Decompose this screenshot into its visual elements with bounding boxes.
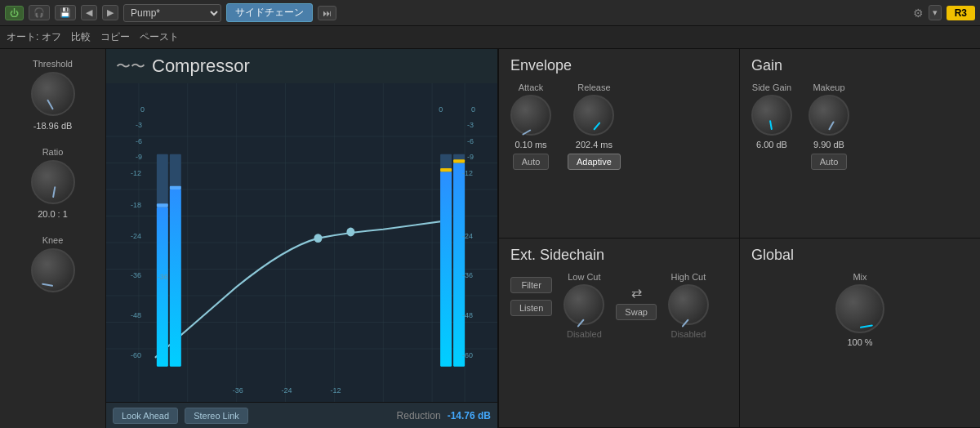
main-content: Threshold -18.96 dB Ratio 20.0 : 1 Knee … <box>0 49 980 428</box>
prev-preset-button[interactable]: ◀ <box>81 5 97 20</box>
high-cut-disabled: Disabled <box>670 329 706 339</box>
headphone-button[interactable]: 🎧 <box>29 5 50 20</box>
makeup-indicator <box>828 121 835 130</box>
ratio-indicator <box>52 186 56 198</box>
high-cut-label: High Cut <box>670 272 706 282</box>
makeup-group: Makeup 9.90 dB Auto <box>808 82 849 170</box>
next-preset-button[interactable]: ▶ <box>102 5 118 20</box>
svg-rect-41 <box>440 168 452 172</box>
gain-inner: Side Gain 6.00 dB Makeup 9.90 dB Auto <box>751 82 969 170</box>
knee-knob[interactable] <box>31 248 75 292</box>
svg-rect-35 <box>157 203 168 207</box>
svg-text:-12: -12 <box>131 168 141 176</box>
svg-rect-44 <box>453 159 465 163</box>
release-label: Release <box>577 82 610 92</box>
left-panel: Threshold -18.96 dB Ratio 20.0 : 1 Knee <box>0 49 106 428</box>
power-button[interactable]: ⏻ <box>5 6 24 20</box>
svg-text:-48: -48 <box>131 311 141 319</box>
svg-text:-24: -24 <box>131 231 141 239</box>
stereolink-button[interactable]: Stereo Link <box>185 408 248 424</box>
auto-label[interactable]: オート: オフ <box>7 30 61 44</box>
mix-value: 100 % <box>847 337 872 347</box>
release-knob[interactable] <box>573 95 614 136</box>
side-gain-value: 6.00 dB <box>756 140 787 149</box>
ext-sidechain-inner: Filter Listen Low Cut Disabled ⇄ Swap Hi… <box>510 272 728 339</box>
svg-text:0: 0 <box>140 105 145 113</box>
svg-point-32 <box>346 228 354 237</box>
gain-panel: Gain Side Gain 6.00 dB Makeup 9.90 dB Au… <box>739 49 980 239</box>
compressor-graph: 0 -3 -6 -9 -12 -18 -24 -36 -48 -60 -36 -… <box>106 83 497 402</box>
high-cut-indicator <box>681 319 688 327</box>
gain-title: Gain <box>751 57 969 74</box>
envelope-panel: Envelope Attack 0.10 ms Auto Release 202… <box>498 49 739 239</box>
release-value: 202.4 ms <box>576 140 612 149</box>
side-gain-label: Side Gain <box>752 82 791 92</box>
reduction-label: Reduction <box>397 410 441 421</box>
threshold-section: Threshold -18.96 dB <box>31 59 75 131</box>
svg-text:-6: -6 <box>467 136 474 145</box>
svg-text:-48: -48 <box>462 311 473 319</box>
waveform-icon: 〜〜 <box>116 56 145 76</box>
svg-rect-43 <box>453 163 465 367</box>
graph-area: 0 -3 -6 -9 -12 -18 -24 -36 -48 -60 -36 -… <box>106 83 497 402</box>
envelope-inner: Attack 0.10 ms Auto Release 202.4 ms Ada… <box>510 82 728 170</box>
low-cut-indicator <box>577 319 585 327</box>
makeup-auto-button[interactable]: Auto <box>811 154 848 170</box>
svg-text:-3: -3 <box>467 121 474 129</box>
chevron-down-icon[interactable]: ▾ <box>929 5 942 20</box>
swap-button[interactable]: Swap <box>616 304 657 320</box>
global-title: Global <box>751 247 969 264</box>
svg-text:-60: -60 <box>462 351 473 359</box>
makeup-knob[interactable] <box>808 95 849 136</box>
copy-label[interactable]: コピー <box>100 30 130 44</box>
adaptive-button[interactable]: Adaptive <box>568 154 621 170</box>
low-cut-disabled: Disabled <box>567 329 602 339</box>
mix-knob[interactable] <box>835 284 884 333</box>
release-indicator <box>594 122 601 130</box>
svg-text:0: 0 <box>471 105 475 113</box>
svg-text:-3: -3 <box>136 121 142 129</box>
preset-select[interactable]: Pump* <box>123 4 221 22</box>
top-bar: ⏻ 🎧 💾 ◀ ▶ Pump* サイドチェーン ⏭ ⚙ ▾ R3 <box>0 0 980 26</box>
side-gain-indicator <box>769 120 773 130</box>
low-cut-label: Low Cut <box>568 272 600 282</box>
side-gain-knob[interactable] <box>751 95 792 136</box>
svg-rect-38 <box>170 186 181 189</box>
high-cut-group: High Cut Disabled <box>668 272 709 339</box>
svg-text:-18: -18 <box>131 200 141 208</box>
lookahead-button[interactable]: Look Ahead <box>113 408 178 424</box>
filter-buttons: Filter Listen <box>510 275 552 316</box>
skip-button[interactable]: ⏭ <box>318 6 336 20</box>
compare-label[interactable]: 比較 <box>71 30 91 44</box>
ratio-knob[interactable] <box>31 160 75 204</box>
svg-text:-12: -12 <box>330 386 341 395</box>
attack-label: Attack <box>519 82 544 92</box>
gear-icon[interactable]: ⚙ <box>913 7 924 20</box>
makeup-value: 9.90 dB <box>813 140 844 149</box>
auto-button[interactable]: Auto <box>513 154 550 170</box>
low-cut-knob[interactable] <box>564 284 604 325</box>
high-cut-knob[interactable] <box>668 284 709 325</box>
swap-icon: ⇄ <box>631 285 642 301</box>
sidechain-button[interactable]: サイドチェーン <box>226 3 313 22</box>
paste-label[interactable]: ペースト <box>140 30 179 44</box>
release-group: Release 202.4 ms Adaptive <box>568 82 621 170</box>
filter-button[interactable]: Filter <box>510 277 552 293</box>
save-button[interactable]: 💾 <box>55 5 76 20</box>
ext-sidechain-panel: Ext. Sidechain Filter Listen Low Cut Dis… <box>498 239 739 428</box>
threshold-knob[interactable] <box>31 72 75 116</box>
second-bar: オート: オフ 比較 コピー ペースト <box>0 26 980 49</box>
svg-text:-12: -12 <box>462 168 473 176</box>
listen-button[interactable]: Listen <box>510 300 552 316</box>
compressor-title-bar: 〜〜 Compressor <box>106 49 497 83</box>
ext-sidechain-title: Ext. Sidechain <box>510 247 728 264</box>
svg-text:-36: -36 <box>462 271 473 279</box>
mix-group: Mix 100 % <box>835 272 884 347</box>
swap-wrap: ⇄ Swap <box>616 285 657 320</box>
attack-knob[interactable] <box>510 95 551 136</box>
mix-label: Mix <box>853 272 866 282</box>
knee-indicator <box>42 283 53 287</box>
global-panel: Global Mix 100 % <box>739 239 980 428</box>
threshold-label: Threshold <box>33 59 73 69</box>
knee-label: Knee <box>42 235 64 245</box>
